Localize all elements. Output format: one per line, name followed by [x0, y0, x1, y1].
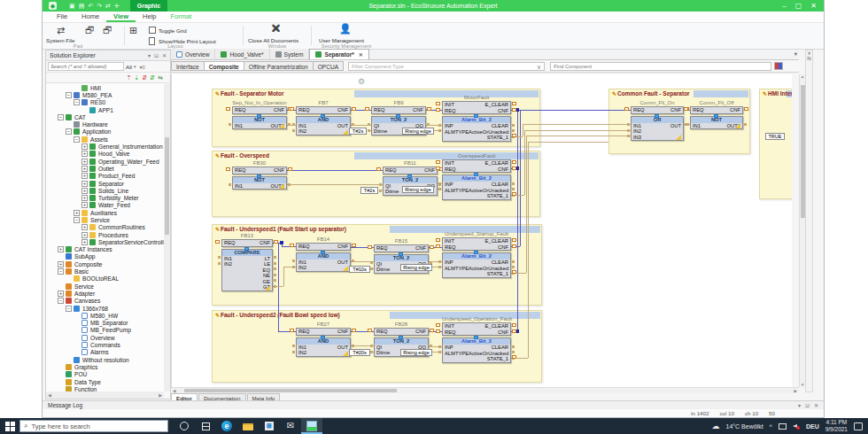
tray-expand-icon[interactable]: ^: [770, 423, 772, 430]
fb-block-FB27[interactable]: FB27REQCNFANDIN1OUTIN2: [296, 321, 351, 357]
tree-expander-icon[interactable]: +: [81, 188, 88, 194]
view-tab-Interface[interactable]: Interface: [171, 61, 205, 71]
fb-block-Sep_Not_In_Operation[interactable]: Sep_Not_In_OperationREQCNFNOTIN1OUT1: [232, 99, 287, 129]
settings-gear-icon[interactable]: ⚙: [358, 77, 365, 86]
diagram-canvas[interactable]: ✎Fault - Separator Motor✎Fault - Overspe…: [171, 74, 792, 387]
tree-item[interactable]: +General_Instrumentation: [46, 143, 164, 150]
sort-down-icon[interactable]: ⇣: [135, 74, 140, 81]
tree-item[interactable]: POU: [46, 371, 164, 378]
doc-tab-System[interactable]: System: [270, 49, 310, 59]
fb-block-FB30[interactable]: FB30REQCNFNOTIN1OUT1: [232, 159, 287, 190]
tree-item[interactable]: −Application: [46, 128, 164, 136]
tree-expander-icon[interactable]: −: [66, 306, 72, 312]
canvas-vertical-scrollbar[interactable]: ▲▼: [799, 74, 805, 387]
tree-expander-icon[interactable]: +: [81, 195, 88, 201]
fb-block-FB14[interactable]: FB14REQCNFANDIN1OUTIN2: [296, 236, 351, 272]
tree-item[interactable]: −CAT: [46, 113, 164, 120]
chevron-down-icon[interactable]: ▾: [134, 64, 136, 69]
start-button[interactable]: [0, 418, 19, 434]
tree-item[interactable]: Service: [46, 283, 164, 290]
literal-value[interactable]: Rising edge: [402, 186, 434, 193]
tree-item[interactable]: −Canvases: [46, 298, 164, 305]
menu-item-view[interactable]: View: [106, 12, 136, 22]
tree-item[interactable]: +Outlet: [46, 165, 164, 172]
taskbar-app-ecostruxure[interactable]: [301, 418, 322, 434]
undo-icon[interactable]: ↶: [88, 0, 93, 12]
panel-close-icon[interactable]: ✕: [162, 50, 167, 60]
taskbar-app-edge[interactable]: e: [216, 418, 237, 434]
system-file-button[interactable]: System File: [46, 37, 74, 43]
tree-item[interactable]: +Product_Feed: [46, 173, 164, 180]
tree-item[interactable]: −Basic: [46, 267, 164, 275]
tree-expander-icon[interactable]: +: [81, 224, 88, 230]
view-tab-OPCUA[interactable]: OPCUA: [313, 61, 344, 71]
fb-block-Underspeed_Startup_Fault[interactable]: Underspeed_Startup_FaultINITE_CLEARREQCN…: [442, 230, 511, 278]
tree-expander-icon[interactable]: −: [66, 128, 72, 135]
refresh-icon[interactable]: ⇋: [158, 74, 163, 81]
tab-pin-icon[interactable]: ▾: [794, 50, 797, 57]
tree-item[interactable]: +CAT Instances: [46, 246, 164, 253]
tree-expander-icon[interactable]: +: [81, 239, 88, 245]
menu-item-file[interactable]: File: [50, 12, 74, 22]
panel-dropdown-icon[interactable]: ▾: [148, 50, 151, 60]
tree-expander-icon[interactable]: +: [74, 210, 80, 216]
tree-item[interactable]: Commands: [46, 341, 164, 348]
tree-item[interactable]: +Auxiliaries: [46, 209, 164, 216]
tree-item[interactable]: +Solids_Line: [46, 187, 164, 194]
tree-expander-icon[interactable]: −: [66, 92, 72, 98]
menu-item-home[interactable]: Home: [74, 12, 106, 22]
tree-expander-icon[interactable]: +: [58, 246, 64, 252]
compare-icon[interactable]: ⇄: [105, 0, 111, 12]
weather-icon[interactable]: ☁: [712, 422, 720, 430]
tree-expander-icon[interactable]: +: [81, 166, 88, 172]
tree-expander-icon[interactable]: −: [58, 268, 64, 275]
tree-item[interactable]: MB_FeedPump: [46, 327, 164, 334]
view-options-icon[interactable]: ▾≡: [139, 64, 145, 70]
tree-item[interactable]: BOOLtoREAL: [46, 275, 164, 283]
tree-expander-icon[interactable]: +: [81, 151, 88, 157]
tree-item[interactable]: +CommonRoutines: [46, 224, 164, 231]
tree-expander-icon[interactable]: +: [81, 159, 88, 165]
log-close-icon[interactable]: ✕: [814, 401, 818, 409]
filter-component-combo[interactable]: Filter Component Type ∨: [348, 62, 545, 71]
tree-expander-icon[interactable]: +: [58, 261, 64, 267]
tree-expander-icon[interactable]: −: [58, 298, 64, 304]
tree-item[interactable]: +Adapter: [46, 290, 164, 297]
tree-item[interactable]: +Water_Feed: [46, 202, 164, 209]
filter-green-icon[interactable]: ⇵: [150, 74, 155, 81]
taskbar-app-cortana[interactable]: [174, 418, 195, 434]
log-dropdown-icon[interactable]: ▾: [798, 401, 801, 409]
taskbar-app-mail[interactable]: ✉: [280, 418, 301, 434]
tree-expander-icon[interactable]: +: [81, 181, 88, 187]
tree-expander-icon[interactable]: −: [74, 99, 80, 105]
tree-item[interactable]: +SeparatorServiceController: [46, 238, 164, 245]
tree-expander-icon[interactable]: −: [74, 136, 80, 143]
pad-view-icon[interactable]: 🗗: [85, 25, 95, 35]
doc-tab-Overview[interactable]: Overview: [171, 49, 215, 59]
tree-item[interactable]: +Procedures: [46, 231, 164, 238]
literal-value[interactable]: T#2s: [360, 187, 378, 194]
tree-item[interactable]: MB_Separator: [46, 320, 164, 327]
tree-expander-icon[interactable]: +: [81, 173, 88, 179]
sort-up-icon[interactable]: ⇡: [127, 74, 132, 81]
tree-item[interactable]: Alarms: [46, 349, 164, 356]
fb-block-Comm_Flt_On[interactable]: Comm_Flt_OnREQCNFORIN1OUTIN2IN3: [631, 99, 684, 141]
message-log-bar[interactable]: Message Log ▾ ⊡ ✕: [43, 400, 824, 409]
tree-expander-icon[interactable]: +: [58, 291, 64, 297]
clock[interactable]: 4:11 PM 9/9/2021: [825, 419, 848, 433]
move-icon[interactable]: ✛: [114, 0, 120, 12]
fb-block-MotorFault[interactable]: MotorFaultINITE_CLEARREQCNFAlarm_Bit_2IN…: [442, 94, 511, 142]
toggle-grid-button[interactable]: Toggle Grid: [159, 27, 187, 34]
redo-icon[interactable]: ↷: [97, 0, 102, 12]
volume-icon[interactable]: [793, 422, 800, 430]
literal-value[interactable]: T#2s: [349, 128, 367, 135]
tree-expander-icon[interactable]: −: [58, 114, 64, 120]
close-all-documents-button[interactable]: Close All Documents: [248, 37, 298, 43]
collapsed-panel-strip[interactable]: ✕ N: [805, 50, 813, 392]
fb-block-OverspeedFault[interactable]: OverspeedFaultINITE_CLEARREQCNFAlarm_Bit…: [442, 152, 511, 200]
close-icon[interactable]: ✕: [810, 0, 817, 12]
literal-value[interactable]: T#10s: [349, 266, 370, 273]
maximize-icon[interactable]: ▢: [795, 0, 802, 12]
tree-item[interactable]: Overview: [46, 334, 164, 341]
user-management-icon[interactable]: 👤: [339, 23, 352, 34]
